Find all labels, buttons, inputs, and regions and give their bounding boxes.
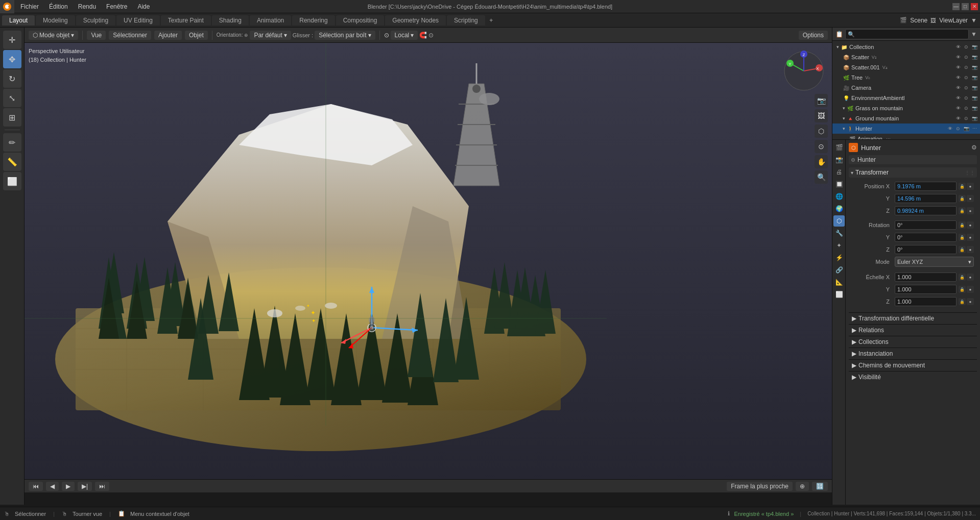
menu-fenetre[interactable]: Fenêtre <box>101 2 132 11</box>
prev-keyframe-button[interactable]: ◀ <box>46 482 59 491</box>
tab-texture-paint[interactable]: Texture Paint <box>161 15 211 26</box>
prop-view-layer-icon[interactable]: 🔲 <box>833 179 845 190</box>
outliner-item-scatter001[interactable]: 📦 Scatter.001 V₄ 👁 ⊙ 📷 <box>832 62 980 72</box>
rotation-y-field[interactable]: 0° <box>895 233 957 242</box>
vis-select-icon[interactable]: ⊙ <box>963 43 970 51</box>
viewport-num-lock[interactable]: 🔢 <box>812 482 828 491</box>
menu-aide[interactable]: Aide <box>132 2 155 11</box>
outliner-item-envambient[interactable]: 💡 EnvironmentAmbientl 👁 ⊙ 📷 <box>832 93 980 103</box>
blender-logo-icon[interactable] <box>0 0 14 13</box>
measure-tool[interactable]: 📏 <box>3 153 21 171</box>
vis-render-icon[interactable]: 📷 <box>971 43 978 51</box>
outliner-item-camera[interactable]: 🎥 Camera 👁 ⊙ 📷 <box>832 83 980 93</box>
outliner-item-hunter[interactable]: ▾ 🚶 Hunter 👁 ⊙ 📷 ⋯ <box>832 123 980 134</box>
vis-eye-icon[interactable]: 👁 <box>954 64 962 71</box>
scale-x-field[interactable]: 1.000 <box>895 273 957 282</box>
proportional-icon[interactable]: ⊙ <box>428 32 434 39</box>
scale-animate-y-button[interactable]: ● <box>967 286 974 293</box>
scale-tool[interactable]: ⤡ <box>3 89 21 107</box>
vis-eye-icon[interactable]: 👁 <box>954 105 962 112</box>
motion-paths-section[interactable]: ▶ Chemins de mouvement <box>849 359 977 371</box>
menu-fichier[interactable]: Fichier <box>15 2 44 11</box>
move-tool[interactable]: ✥ <box>3 50 21 68</box>
scale-y-field[interactable]: 1.000 <box>895 285 957 294</box>
filter-icon[interactable]: ▼ <box>971 17 977 24</box>
tab-sculpting[interactable]: Sculpting <box>76 15 115 26</box>
outliner-item-animation[interactable]: 🎬 Animation ⋯ <box>832 134 980 139</box>
prop-material-icon[interactable]: ⬜ <box>833 289 845 300</box>
pivot-button[interactable]: Local ▾ <box>391 31 418 40</box>
animate-z-button[interactable]: ● <box>967 207 974 214</box>
transformer-header[interactable]: ▾ Transformer ⋮⋮ <box>849 167 977 178</box>
add-button[interactable]: Ajouter <box>154 31 182 40</box>
prop-constraints-icon[interactable]: 🔗 <box>833 264 845 276</box>
collections-section[interactable]: ▶ Collections <box>849 336 977 348</box>
vis-render-icon[interactable]: 📷 <box>971 105 978 112</box>
obj-name-expand-icon[interactable]: ⚙ <box>971 144 977 151</box>
tab-geometry-nodes[interactable]: Geometry Nodes <box>385 15 446 26</box>
close-button[interactable]: ✕ <box>971 3 978 10</box>
cursor-tool[interactable]: ✛ <box>3 31 21 49</box>
outliner-item-collection[interactable]: ▾ 📁 Collection 👁 ⊙ 📷 <box>832 42 980 52</box>
tab-uv-editing[interactable]: UV Editing <box>116 15 160 26</box>
prop-scene2-icon[interactable]: 🌐 <box>833 191 845 202</box>
vis-select-icon[interactable]: ⊙ <box>963 84 970 91</box>
rot-lock-y-button[interactable]: 🔒 <box>959 234 966 241</box>
vis-select-icon[interactable]: ⊙ <box>954 125 962 132</box>
outliner-search-input[interactable] <box>845 29 969 39</box>
rot-animate-z-button[interactable]: ● <box>967 246 974 253</box>
vis-render-icon[interactable]: 📷 <box>971 54 978 61</box>
transform-tool[interactable]: ⊞ <box>3 108 21 127</box>
vis-eye-icon[interactable]: 👁 <box>946 125 953 132</box>
prop-render-icon[interactable]: 📸 <box>833 154 845 165</box>
outliner-item-tree[interactable]: 🌿 Tree V₀ 👁 ⊙ 📷 <box>832 72 980 83</box>
outliner-item-ground-mountain[interactable]: ▾ 🔺 Ground mountain 👁 ⊙ 📷 <box>832 113 980 123</box>
outliner-item-scatter[interactable]: 📦 Scatter V₂ 👁 ⊙ 📷 <box>832 52 980 62</box>
zoom-in-button[interactable]: 🔍 <box>815 170 828 184</box>
scale-lock-x-button[interactable]: 🔒 <box>959 274 966 281</box>
vis-select-icon[interactable]: ⊙ <box>963 115 970 122</box>
prop-scene-icon[interactable]: 🎬 <box>833 142 845 153</box>
object-name-field[interactable]: Hunter <box>861 144 968 152</box>
scale-z-field[interactable]: 1.000 <box>895 297 957 306</box>
vis-select-icon[interactable]: ⊙ <box>963 54 970 61</box>
instanciation-section[interactable]: ▶ Instanciation <box>849 348 977 359</box>
rotation-mode-select[interactable]: Euler XYZ ▾ <box>895 257 974 267</box>
position-z-field[interactable]: 0.98924 m <box>895 206 957 215</box>
viewport-shade-button[interactable]: ⬡ <box>815 125 828 138</box>
relations-section[interactable]: ▶ Relations <box>849 324 977 336</box>
viewport-nav-icon[interactable]: ⊕ <box>796 482 809 491</box>
add-workspace-button[interactable]: + <box>486 15 496 26</box>
vis-render-icon[interactable]: 📷 <box>971 115 978 122</box>
tab-shading[interactable]: Shading <box>212 15 249 26</box>
differential-section[interactable]: ▶ Transformation différentielle <box>849 312 977 324</box>
vis-render-icon[interactable]: 📷 <box>971 94 978 102</box>
vis-select-icon[interactable]: ⊙ <box>963 105 970 112</box>
lock-x-button[interactable]: 🔒 <box>959 183 966 190</box>
navigation-gizmo[interactable]: X Y Z <box>781 48 827 95</box>
play-button[interactable]: ▶ <box>62 482 75 491</box>
prop-output-icon[interactable]: 🖨 <box>833 166 845 178</box>
lock-y-button[interactable]: 🔒 <box>959 195 966 202</box>
start-frame-button[interactable]: ⏮ <box>29 482 43 491</box>
prop-particles-icon[interactable]: ✦ <box>833 240 845 251</box>
vis-render-icon[interactable]: 📷 <box>971 74 978 81</box>
tab-scripting[interactable]: Scripting <box>447 15 485 26</box>
lock-z-button[interactable]: 🔒 <box>959 207 966 214</box>
scale-animate-x-button[interactable]: ● <box>967 274 974 281</box>
orientation-button[interactable]: Par défaut ▾ <box>250 31 291 40</box>
object-button[interactable]: Objet <box>185 31 208 40</box>
menu-rendu[interactable]: Rendu <box>73 2 101 11</box>
vis-select-icon[interactable]: ⊙ <box>963 64 970 71</box>
outliner-filter-icon[interactable]: ▼ <box>971 31 977 38</box>
viewport-overlay-button[interactable]: ⊙ <box>815 140 828 153</box>
options-button[interactable]: Options <box>799 31 828 40</box>
tab-layout[interactable]: Layout <box>2 15 35 26</box>
scale-lock-y-button[interactable]: 🔒 <box>959 286 966 293</box>
animate-y-button[interactable]: ● <box>967 195 974 202</box>
rot-lock-x-button[interactable]: 🔒 <box>959 221 966 229</box>
select-button[interactable]: Sélectionner <box>109 31 151 40</box>
tab-rendering[interactable]: Rendering <box>292 15 334 26</box>
vis-eye-icon[interactable]: 👁 <box>954 115 962 122</box>
rotation-z-field[interactable]: 0° <box>895 245 957 254</box>
